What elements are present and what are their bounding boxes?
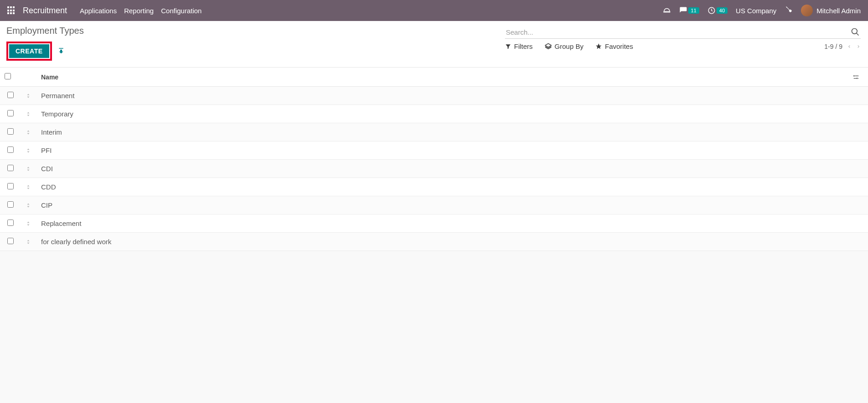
nav-reporting[interactable]: Reporting (124, 7, 154, 15)
avatar (801, 5, 813, 16)
apps-icon[interactable] (7, 6, 16, 15)
row-checkbox[interactable] (7, 201, 14, 208)
svg-point-1 (665, 11, 666, 12)
row-checkbox[interactable] (7, 183, 14, 189)
pager-range: 1-9 / 9 (824, 43, 842, 50)
row-checkbox[interactable] (7, 110, 14, 116)
drag-handle-icon[interactable] (21, 178, 36, 196)
svg-point-0 (664, 11, 665, 12)
table-row[interactable]: Permanent (0, 87, 868, 105)
row-name: for clearly defined work (36, 233, 848, 251)
svg-rect-9 (855, 75, 858, 76)
svg-point-3 (668, 11, 669, 12)
table-row[interactable]: Temporary (0, 105, 868, 123)
svg-point-8 (853, 75, 855, 77)
drag-handle-icon[interactable] (21, 215, 36, 233)
search-icon[interactable] (851, 27, 860, 37)
page-title: Employment Types (6, 26, 84, 36)
svg-point-4 (669, 11, 670, 12)
row-name: CDI (36, 160, 848, 178)
pager: 1-9 / 9 (824, 43, 861, 50)
search-input[interactable] (506, 28, 851, 36)
row-checkbox[interactable] (7, 128, 14, 135)
column-name[interactable]: Name (36, 68, 848, 87)
search-bar (505, 26, 861, 39)
column-settings-icon[interactable] (852, 73, 863, 81)
svg-line-7 (857, 33, 859, 36)
call-icon[interactable] (663, 6, 671, 15)
pager-prev[interactable] (847, 43, 852, 50)
table-row[interactable]: CDD (0, 178, 868, 196)
create-highlight: CREATE (6, 42, 52, 61)
table-row[interactable]: CIP (0, 196, 868, 215)
messages-badge: 11 (688, 7, 699, 14)
download-icon[interactable] (57, 47, 65, 55)
row-name: Replacement (36, 215, 848, 233)
debug-icon[interactable] (785, 6, 793, 15)
user-name: Mitchell Admin (816, 7, 861, 15)
nav-configuration[interactable]: Configuration (161, 7, 202, 15)
create-button[interactable]: CREATE (9, 44, 49, 58)
control-panel: Employment Types CREATE Filters (0, 21, 868, 68)
messages-icon[interactable]: 11 (679, 6, 699, 15)
row-name: Temporary (36, 105, 848, 123)
top-navbar: Recruitment Applications Reporting Confi… (0, 0, 868, 21)
svg-point-10 (857, 78, 858, 79)
select-all-checkbox[interactable] (5, 73, 11, 79)
table-row[interactable]: Interim (0, 123, 868, 141)
drag-handle-icon[interactable] (21, 196, 36, 215)
groupby-label: Group By (555, 42, 583, 50)
drag-handle-icon[interactable] (21, 160, 36, 178)
row-name: Permanent (36, 87, 848, 105)
drag-handle-icon[interactable] (21, 105, 36, 123)
row-checkbox[interactable] (7, 220, 14, 226)
app-brand[interactable]: Recruitment (23, 6, 67, 16)
favorites-label: Favorites (605, 42, 633, 50)
list-table: Name PermanentTemporaryInterimPFICDICDDC… (0, 68, 868, 251)
svg-point-2 (666, 11, 667, 12)
svg-rect-12 (858, 78, 858, 79)
pager-next[interactable] (856, 43, 861, 50)
user-menu[interactable]: Mitchell Admin (801, 5, 861, 16)
table-row[interactable]: PFI (0, 141, 868, 160)
drag-handle-icon[interactable] (21, 87, 36, 105)
row-checkbox[interactable] (7, 92, 14, 98)
row-checkbox[interactable] (7, 238, 14, 244)
filters-label: Filters (514, 42, 533, 50)
svg-rect-11 (854, 78, 857, 79)
drag-handle-icon[interactable] (21, 233, 36, 251)
filters-dropdown[interactable]: Filters (505, 42, 533, 50)
row-name: PFI (36, 141, 848, 160)
table-row[interactable]: Replacement (0, 215, 868, 233)
company-switcher[interactable]: US Company (736, 7, 776, 15)
row-name: CDD (36, 178, 848, 196)
drag-handle-icon[interactable] (21, 123, 36, 141)
activities-icon[interactable]: 40 (707, 6, 728, 15)
favorites-dropdown[interactable]: Favorites (595, 42, 633, 50)
table-row[interactable]: CDI (0, 160, 868, 178)
row-checkbox[interactable] (7, 165, 14, 171)
table-row[interactable]: for clearly defined work (0, 233, 868, 251)
drag-handle-icon[interactable] (21, 141, 36, 160)
nav-applications[interactable]: Applications (80, 7, 117, 15)
groupby-dropdown[interactable]: Group By (545, 42, 583, 50)
row-name: CIP (36, 196, 848, 215)
activities-badge: 40 (717, 7, 728, 14)
row-checkbox[interactable] (7, 147, 14, 153)
svg-point-6 (852, 29, 858, 34)
row-name: Interim (36, 123, 848, 141)
